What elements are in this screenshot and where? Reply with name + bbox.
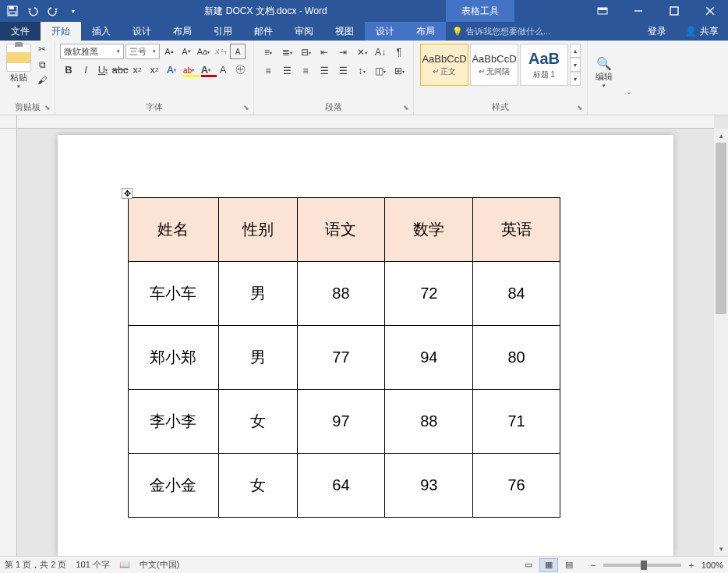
styles-dialog-launcher[interactable]: ⬊ — [574, 102, 585, 113]
enclose-chars-button[interactable]: ㊥ — [231, 61, 249, 78]
zoom-in-button[interactable]: + — [686, 560, 697, 571]
undo-icon[interactable] — [23, 2, 42, 20]
tab-mailings[interactable]: 邮件 — [243, 22, 284, 41]
clipboard-dialog-launcher[interactable]: ⬊ — [42, 102, 53, 113]
table-cell[interactable]: 93 — [385, 454, 473, 518]
shrink-font-button[interactable]: A▾ — [178, 44, 194, 59]
table-header-cell[interactable]: 英语 — [473, 198, 560, 262]
table-cell[interactable]: 金小金 — [129, 454, 219, 518]
font-color-button[interactable]: A▾ — [197, 61, 214, 78]
paragraph-dialog-launcher[interactable]: ⬊ — [401, 102, 412, 113]
underline-button[interactable]: U▾ — [94, 61, 111, 78]
format-painter-button[interactable]: 🖌 — [34, 73, 50, 87]
table-header-cell[interactable]: 姓名 — [129, 198, 219, 262]
table-cell[interactable]: 71 — [473, 390, 560, 454]
font-dialog-launcher[interactable]: ⬊ — [241, 102, 252, 113]
close-icon[interactable] — [692, 0, 728, 22]
style-heading1[interactable]: AaB 标题 1 — [520, 44, 568, 86]
numbering-button[interactable]: ≣▾ — [277, 44, 296, 61]
table-cell[interactable]: 97 — [297, 390, 385, 454]
scroll-up-button[interactable]: ▴ — [714, 129, 728, 143]
vertical-scrollbar[interactable]: ▴ ▾ — [714, 129, 728, 556]
tab-insert[interactable]: 插入 — [81, 22, 122, 41]
font-name-select[interactable]: 微软雅黑▾ — [60, 44, 124, 59]
table-cell[interactable]: 男 — [218, 262, 297, 326]
table-header-cell[interactable]: 性别 — [218, 198, 297, 262]
styles-expand[interactable]: ▾ — [570, 72, 581, 86]
tab-references[interactable]: 引用 — [203, 22, 243, 41]
character-border-button[interactable]: A — [230, 44, 246, 59]
line-spacing-button[interactable]: ↕▾ — [352, 62, 371, 80]
table-cell[interactable]: 76 — [473, 454, 560, 518]
increase-indent-button[interactable]: ⇥ — [334, 44, 352, 61]
paste-button[interactable]: 粘贴 ▾ — [5, 42, 33, 91]
phonetic-guide-button[interactable]: ㄨㄣ — [213, 44, 228, 59]
redo-icon[interactable] — [44, 2, 62, 20]
table-cell[interactable]: 女 — [218, 390, 297, 454]
horizontal-ruler[interactable] — [17, 115, 714, 129]
change-case-button[interactable]: Aa▾ — [196, 44, 211, 59]
tab-file[interactable]: 文件 — [0, 22, 41, 41]
styles-scroll-down[interactable]: ▾ — [570, 58, 581, 72]
grow-font-button[interactable]: A▴ — [161, 44, 177, 59]
table-cell[interactable]: 77 — [297, 326, 385, 390]
tab-view[interactable]: 视图 — [324, 22, 365, 41]
borders-button[interactable]: ⊞▾ — [390, 62, 408, 80]
table-cell[interactable]: 94 — [385, 326, 473, 390]
text-direction-button[interactable]: ✕▾ — [352, 44, 371, 61]
table-move-handle[interactable]: ✥ — [122, 188, 133, 199]
style-no-spacing[interactable]: AaBbCcD ↵ 无间隔 — [470, 44, 518, 86]
table-cell[interactable]: 李小李 — [129, 390, 219, 454]
superscript-button[interactable]: x2 — [146, 61, 163, 78]
font-size-select[interactable]: 三号▾ — [125, 44, 160, 59]
student-table[interactable]: 姓名 性别 语文 数学 英语 车小车男887284郑小郑男779480李小李女9… — [128, 197, 560, 518]
bold-button[interactable]: B — [60, 61, 77, 78]
table-cell[interactable]: 80 — [473, 326, 560, 390]
scroll-thumb[interactable] — [716, 143, 726, 314]
copy-button[interactable]: ⧉ — [34, 58, 50, 72]
vertical-ruler[interactable] — [0, 129, 17, 556]
tab-table-design[interactable]: 设计 — [365, 22, 405, 41]
web-layout-button[interactable]: ▤ — [560, 558, 578, 572]
align-left-button[interactable]: ≡ — [259, 62, 277, 80]
align-center-button[interactable]: ☰ — [277, 62, 296, 80]
page-count[interactable]: 第 1 页，共 2 页 — [5, 559, 66, 571]
table-cell[interactable]: 郑小郑 — [129, 326, 219, 390]
style-normal[interactable]: AaBbCcD ↵ 正文 — [420, 44, 468, 86]
table-header-cell[interactable]: 数学 — [385, 198, 473, 262]
styles-scroll-up[interactable]: ▴ — [570, 44, 581, 58]
strikethrough-button[interactable]: abc — [111, 61, 129, 78]
table-cell[interactable]: 女 — [218, 454, 297, 518]
decrease-indent-button[interactable]: ⇤ — [315, 44, 334, 61]
document-page[interactable]: ✥ 姓名 性别 语文 数学 英语 车小车男887284郑小郑男779480李小李… — [58, 135, 673, 556]
zoom-level[interactable]: 100% — [701, 561, 723, 570]
tell-me-search[interactable]: 💡 告诉我您想要做什么... — [446, 22, 638, 41]
align-right-button[interactable]: ≡ — [296, 62, 315, 80]
share-button[interactable]: 👤 共享 — [676, 22, 728, 41]
text-effects-button[interactable]: A▾ — [163, 61, 180, 78]
signin-button[interactable]: 登录 — [638, 22, 676, 41]
tab-table-layout[interactable]: 布局 — [405, 22, 446, 41]
multilevel-list-button[interactable]: ⊟▾ — [296, 44, 315, 61]
zoom-slider[interactable] — [603, 564, 681, 567]
tab-home[interactable]: 开始 — [41, 22, 81, 41]
cut-button[interactable]: ✂ — [34, 42, 50, 56]
ribbon-options-icon[interactable] — [585, 0, 620, 22]
table-cell[interactable]: 车小车 — [129, 262, 219, 326]
zoom-out-button[interactable]: − — [588, 560, 599, 571]
scroll-down-button[interactable]: ▾ — [714, 542, 728, 556]
table-cell[interactable]: 72 — [385, 262, 473, 326]
save-icon[interactable] — [3, 2, 22, 20]
table-header-cell[interactable]: 语文 — [297, 198, 385, 262]
character-shading-button[interactable]: A — [214, 61, 231, 78]
show-marks-button[interactable]: ¶ — [390, 44, 408, 61]
italic-button[interactable]: I — [77, 61, 94, 78]
distribute-button[interactable]: ☰ — [334, 62, 352, 80]
tab-layout[interactable]: 布局 — [162, 22, 203, 41]
table-cell[interactable]: 88 — [297, 262, 385, 326]
table-cell[interactable]: 84 — [473, 262, 560, 326]
collapse-ribbon-button[interactable]: ˇ — [620, 41, 638, 115]
shading-button[interactable]: ◫▾ — [371, 62, 390, 80]
word-count[interactable]: 101 个字 — [76, 559, 109, 571]
sort-button[interactable]: A↓ — [371, 44, 390, 61]
